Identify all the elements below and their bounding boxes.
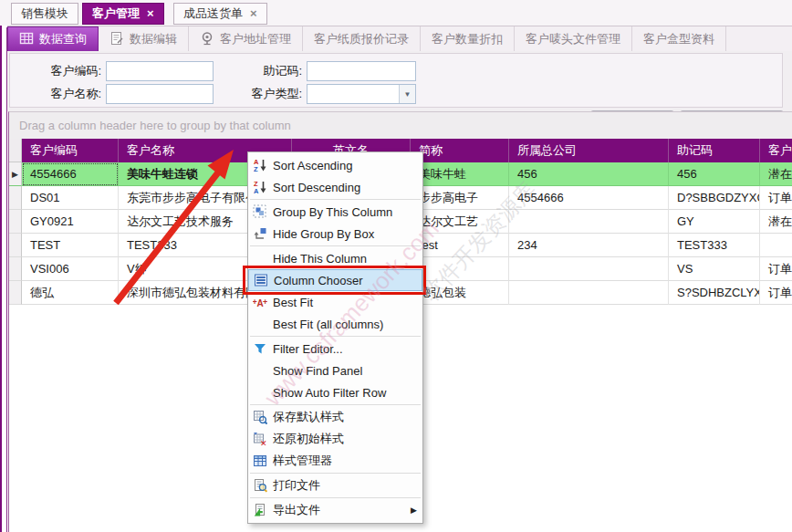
table-cell[interactable]: 达尔文工艺	[411, 210, 509, 234]
menu-item-print-file[interactable]: 打印文件	[248, 475, 422, 496]
sub-tab-label: 客户唛头文件管理	[526, 31, 620, 47]
table-cell[interactable]: S?SDHBZCLYX...	[669, 281, 760, 305]
menu-item-save-default-style[interactable]: 保存默认样式	[248, 406, 422, 428]
column-header-6[interactable]: 客户属性	[760, 139, 792, 162]
menu-item-hide-group-by-box[interactable]: Hide Group By Box	[248, 223, 422, 245]
subtab-data-edit[interactable]: 数据编辑	[99, 26, 189, 52]
table-cell[interactable]: 订单客户	[760, 186, 792, 210]
menu-item-label: Sort Descending	[273, 181, 417, 194]
menu-item-sort-ascending[interactable]: AZSort Ascending	[248, 154, 422, 176]
mnemonic-code-input[interactable]	[307, 61, 416, 81]
table-cell[interactable]	[509, 281, 669, 305]
menu-item-label: 导出文件	[273, 502, 411, 518]
table-cell[interactable]: VS	[669, 257, 760, 281]
menu-item-label: Hide Group By Box	[273, 227, 417, 241]
menu-item-filter-editor[interactable]: Filter Editor...	[248, 338, 422, 360]
row-indicator[interactable]	[9, 257, 22, 281]
table-cell[interactable]: 美味牛蛙	[411, 162, 509, 186]
sub-tab-label: 数据编辑	[130, 31, 177, 47]
menu-separator	[250, 199, 421, 200]
table-cell[interactable]: TEST333	[669, 234, 760, 257]
window-tab-bar: 销售模块客户管理×成品送货单×	[0, 0, 792, 26]
table-cell[interactable]: test	[411, 234, 509, 257]
menu-item-sort-descending[interactable]: ZASort Descending	[248, 176, 422, 198]
subtab-customer-box-type[interactable]: 客户盒型资料	[632, 26, 726, 52]
table-cell[interactable]: 234	[509, 234, 669, 257]
menu-item-export-file[interactable]: 导出文件▶	[248, 499, 422, 521]
red-highlight-box	[243, 266, 426, 295]
subtab-customer-qty-discount[interactable]: 客户数量折扣	[421, 26, 515, 52]
menu-item-label: Best Fit (all columns)	[273, 318, 417, 331]
table-cell[interactable]: 订单客户	[760, 281, 792, 305]
sort-ascending-icon: AZ	[253, 158, 273, 172]
red-annotation-arrow	[105, 137, 251, 315]
customer-name-input[interactable]	[106, 84, 214, 104]
table-cell[interactable]	[509, 257, 669, 281]
table-cell[interactable]: 潜在客户	[760, 210, 792, 234]
module-sub-tab-bar: 数据查询数据编辑客户地址管理客户纸质报价记录客户数量折扣客户唛头文件管理客户盒型…	[7, 26, 792, 53]
menu-item-label: 样式管理器	[273, 453, 417, 469]
menu-item-best-fit-all-columns[interactable]: Best Fit (all columns)	[248, 313, 422, 335]
table-cell[interactable]: 4554666	[509, 186, 669, 210]
chevron-down-icon[interactable]: ▼	[399, 85, 415, 103]
column-header-3[interactable]: 简称	[411, 139, 509, 162]
no-icon	[253, 363, 273, 378]
table-cell[interactable]: D?SBBGDZYXGS	[669, 186, 760, 210]
close-icon[interactable]: ×	[147, 3, 154, 25]
best-fit-icon: A++	[253, 295, 273, 309]
customer-name-label: 客户名称:	[23, 84, 101, 104]
no-icon	[253, 317, 273, 331]
no-icon	[253, 385, 273, 400]
table-cell[interactable]: 步步高电子	[411, 186, 509, 210]
column-header-4[interactable]: 所属总公司	[509, 139, 669, 162]
svg-text:+: +	[263, 297, 267, 307]
table-cell[interactable]	[509, 210, 669, 234]
mnemonic-code-label: 助记码:	[224, 61, 302, 81]
tab-label: 客户管理	[92, 3, 140, 25]
row-indicator[interactable]	[9, 210, 22, 234]
menu-separator	[250, 404, 421, 405]
subtab-customer-address[interactable]: 客户地址管理	[189, 26, 303, 52]
sub-tab-label: 客户纸质报价记录	[314, 31, 409, 47]
tab-label: 成品送货单	[183, 3, 243, 25]
tab-sales-module[interactable]: 销售模块	[11, 3, 78, 25]
sub-tab-label: 客户盒型资料	[643, 31, 714, 47]
menu-separator	[250, 245, 421, 246]
menu-item-label: Hide This Column	[273, 252, 417, 266]
svg-text:Z: Z	[254, 165, 258, 172]
menu-item-restore-initial-style[interactable]: ✕还原初始样式	[248, 428, 422, 450]
menu-item-label: Filter Editor...	[273, 342, 417, 356]
menu-item-show-auto-filter-row[interactable]: Show Auto Filter Row	[248, 381, 422, 403]
subtab-data-query[interactable]: 数据查询	[7, 26, 99, 52]
menu-separator	[250, 473, 421, 474]
column-header-5[interactable]: 助记码	[669, 139, 760, 162]
close-icon[interactable]: ×	[250, 3, 257, 25]
table-cell[interactable]: 456	[509, 162, 669, 186]
sort-descending-icon: ZA	[253, 180, 273, 194]
row-indicator[interactable]	[9, 234, 22, 257]
table-cell[interactable]	[760, 234, 792, 257]
menu-item-style-manager[interactable]: 样式管理器	[248, 450, 422, 472]
customer-type-select[interactable]: ▼	[307, 84, 416, 104]
subtab-customer-mark-file[interactable]: 客户唛头文件管理	[515, 26, 632, 52]
menu-item-show-find-panel[interactable]: Show Find Panel	[248, 360, 422, 381]
table-cell[interactable]: 456	[669, 162, 760, 186]
row-indicator[interactable]	[9, 186, 22, 210]
customer-code-label: 客户编码:	[23, 61, 101, 81]
svg-text:+: +	[253, 297, 257, 307]
sub-tab-label: 数据查询	[39, 31, 87, 47]
group-by-drop-zone: Drag a column header here to group by th…	[9, 112, 792, 140]
table-cell[interactable]: 订单客户	[760, 257, 792, 281]
no-icon	[253, 251, 273, 266]
current-row-arrow-icon[interactable]: ▶	[9, 162, 22, 186]
subtab-customer-paper-quote[interactable]: 客户纸质报价记录	[303, 26, 421, 52]
tab-finished-goods-delivery[interactable]: 成品送货单×	[173, 3, 267, 25]
row-indicator[interactable]	[9, 281, 22, 305]
menu-item-group-by-this-column[interactable]: Group By This Column	[248, 201, 422, 223]
edit-doc-icon	[109, 31, 124, 47]
table-cell[interactable]: GY	[669, 210, 760, 234]
table-cell[interactable]: 潜在客户	[760, 162, 792, 186]
tab-customer-management[interactable]: 客户管理×	[82, 3, 164, 25]
svg-text:✕: ✕	[260, 439, 267, 447]
customer-code-input[interactable]	[106, 61, 214, 81]
